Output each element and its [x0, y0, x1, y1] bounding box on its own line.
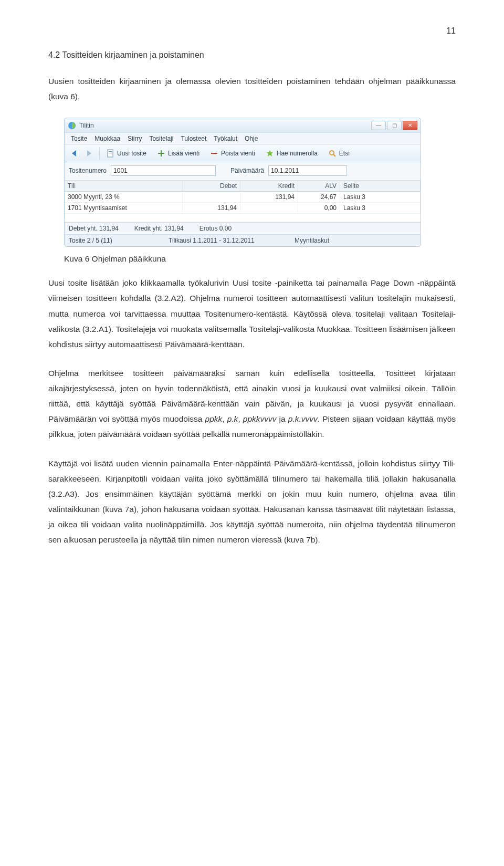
caption-text: Ohjelman pääikkuna — [89, 254, 166, 263]
table-header: Tili Debet Kredit ALV Selite — [65, 181, 421, 192]
maximize-button[interactable]: ▢ — [387, 121, 402, 130]
window-title: Tilitin — [79, 122, 371, 129]
form-row: Tositenumero Päivämäärä — [65, 162, 421, 181]
cell-alv: 24,67 — [298, 192, 340, 203]
hae-numerolla-label: Hae numerolla — [277, 150, 318, 157]
menubar: Tosite Muokkaa Siirry Tositelaji Tuloste… — [65, 133, 421, 145]
section-heading: 4.2 Tositteiden kirjaaminen ja poistamin… — [48, 50, 456, 60]
menu-tulosteet[interactable]: Tulosteet — [178, 134, 208, 143]
cell-kredit: 131,94 — [240, 192, 298, 203]
menu-muokkaa[interactable]: Muokkaa — [92, 134, 122, 143]
paragraph-4: Käyttäjä voi lisätä uuden viennin painam… — [48, 456, 456, 548]
paivamaara-input[interactable] — [268, 165, 347, 176]
hae-numerolla-button[interactable]: Hae numerolla — [261, 148, 322, 159]
tositenumero-label: Tositenumero — [69, 167, 107, 174]
etsi-label: Etsi — [339, 150, 350, 157]
etsi-button[interactable]: Etsi — [324, 148, 354, 159]
svg-point-8 — [330, 151, 334, 155]
col-debet: Debet — [183, 181, 240, 192]
document-icon — [106, 149, 114, 158]
empty-row — [65, 214, 421, 222]
tosite-counter: Tosite 2 / 5 (11) — [69, 237, 169, 244]
p3-italic-2: p.k — [227, 414, 238, 423]
minus-icon — [210, 149, 218, 158]
svg-rect-6 — [211, 153, 217, 154]
back-button[interactable] — [68, 147, 81, 160]
table-row[interactable]: 3000 Myynti, 23 % 131,94 24,67 Lasku 3 — [65, 192, 421, 203]
tilitin-window: Tilitin — ▢ ✕ Tosite Muokkaa Siirry Tosi… — [64, 118, 421, 247]
col-selite: Selite — [340, 181, 421, 192]
svg-rect-3 — [109, 153, 112, 153]
cell-selite: Lasku 3 — [340, 192, 421, 203]
totals-row: Debet yht. 131,94 Kredit yht. 131,94 Ero… — [65, 223, 421, 235]
p3-text-d: ja — [277, 414, 288, 423]
cell-debet — [183, 192, 240, 203]
lisaa-vienti-label: Lisää vienti — [168, 150, 200, 157]
col-alv: ALV — [298, 181, 340, 192]
p3-text-c: , — [238, 414, 243, 423]
app-icon — [68, 121, 76, 130]
cell-tili: 3000 Myynti, 23 % — [65, 192, 183, 203]
menu-ohje[interactable]: Ohje — [243, 134, 260, 143]
tositelaji-status: Myyntilaskut — [295, 237, 416, 244]
svg-marker-7 — [267, 150, 273, 156]
intro-paragraph: Uusien tositteiden kirjaaminen ja olemas… — [48, 74, 456, 104]
window-titlebar: Tilitin — ▢ ✕ — [65, 118, 421, 133]
cell-alv: 0,00 — [298, 203, 340, 214]
menu-siirry[interactable]: Siirry — [125, 134, 144, 143]
p3-text-b: , — [222, 414, 227, 423]
svg-line-9 — [333, 154, 335, 156]
svg-rect-5 — [158, 153, 164, 154]
debet-total: Debet yht. 131,94 — [69, 225, 119, 232]
col-kredit: Kredit — [240, 181, 298, 192]
svg-rect-2 — [109, 151, 112, 152]
menu-tosite[interactable]: Tosite — [69, 134, 89, 143]
uusi-tosite-button[interactable]: Uusi tosite — [102, 148, 151, 159]
close-button[interactable]: ✕ — [403, 121, 417, 130]
caption-label: Kuva 6 — [64, 254, 89, 263]
separator — [99, 148, 100, 159]
star-icon — [266, 149, 274, 158]
uusi-tosite-label: Uusi tosite — [117, 150, 146, 157]
cell-kredit — [240, 203, 298, 214]
search-icon — [328, 149, 337, 158]
poista-vienti-button[interactable]: Poista vienti — [206, 148, 259, 159]
paivamaara-label: Päivämäärä — [230, 167, 264, 174]
page-number: 11 — [48, 26, 456, 36]
cell-debet: 131,94 — [183, 203, 240, 214]
tilikausi-range: Tilikausi 1.1.2011 - 31.12.2011 — [169, 237, 295, 244]
lisaa-vienti-button[interactable]: Lisää vienti — [153, 148, 204, 159]
kredit-total: Kredit yht. 131,94 — [134, 225, 184, 232]
plus-icon — [157, 149, 165, 158]
table-row[interactable]: 1701 Myyntisaamiset 131,94 0,00 Lasku 3 — [65, 203, 421, 214]
col-tili: Tili — [65, 181, 183, 192]
status-bar: Tosite 2 / 5 (11) Tilikausi 1.1.2011 - 3… — [65, 235, 421, 246]
forward-button[interactable] — [82, 147, 96, 160]
toolbar: Uusi tosite Lisää vienti Poista vienti H… — [65, 145, 421, 162]
entries-table: Tili Debet Kredit ALV Selite 3000 Myynti… — [65, 181, 421, 223]
cell-tili: 1701 Myyntisaamiset — [65, 203, 183, 214]
menu-tositelaji[interactable]: Tositelaji — [147, 134, 175, 143]
minimize-button[interactable]: — — [371, 121, 386, 130]
paragraph-2: Uusi tosite lisätään joko klikkaamalla t… — [48, 275, 456, 352]
menu-tyokalut[interactable]: Työkalut — [212, 134, 239, 143]
tositenumero-input[interactable] — [111, 165, 216, 176]
p3-italic-3: ppkkvvvv — [243, 414, 277, 423]
window-controls: — ▢ ✕ — [371, 121, 417, 130]
p3-italic-4: p.k.vvvv — [288, 414, 318, 423]
p3-italic-1: ppkk — [205, 414, 223, 423]
poista-vienti-label: Poista vienti — [221, 150, 255, 157]
paragraph-3: Ohjelma merkitsee tositteen päivämääräks… — [48, 366, 456, 442]
cell-selite: Lasku 3 — [340, 203, 421, 214]
erotus-total: Erotus 0,00 — [200, 225, 232, 232]
figure-caption: Kuva 6 Ohjelman pääikkuna — [64, 254, 456, 264]
